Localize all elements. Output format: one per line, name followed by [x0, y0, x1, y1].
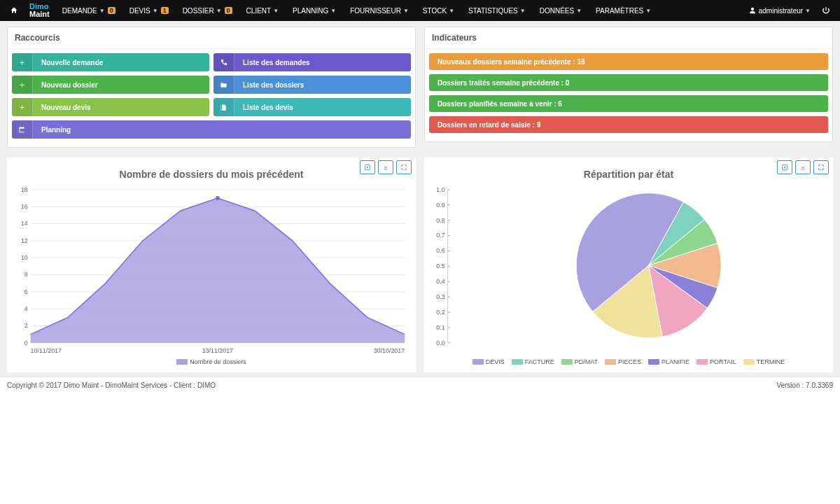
svg-text:0.0: 0.0: [436, 340, 444, 346]
shortcut-button[interactable]: Nouveau devis: [12, 98, 209, 116]
svg-text:8: 8: [24, 271, 28, 278]
calendar-icon: [12, 120, 33, 139]
svg-text:4: 4: [24, 305, 28, 312]
svg-text:0.9: 0.9: [436, 202, 444, 209]
+-icon: [12, 53, 33, 71]
svg-text:0.2: 0.2: [436, 309, 444, 316]
footer-version: Version : 7.0.3369: [776, 382, 833, 389]
shortcuts-panel: Raccourcis Nouvelle demandeListe des dem…: [7, 27, 416, 148]
nav-item[interactable]: PARAMÈTRES▼: [589, 0, 658, 21]
nav-item[interactable]: DEVIS▼1: [122, 0, 176, 21]
svg-text:30/10/2017: 30/10/2017: [374, 347, 405, 354]
svg-text:0.6: 0.6: [436, 247, 444, 254]
svg-text:13/11/2017: 13/11/2017: [202, 347, 233, 354]
svg-text:0.5: 0.5: [436, 262, 444, 270]
area-chart-panel: Nombre de dossiers du mois précédent 024…: [7, 158, 416, 372]
pie-chart-title: Répartition par état: [428, 160, 829, 183]
folder-icon: [214, 76, 234, 94]
shortcuts-title: Raccourcis: [8, 27, 415, 49]
pie-chart: 0.00.10.20.30.40.50.60.70.80.91.0: [428, 183, 829, 356]
nav-item[interactable]: DEMANDE▼0: [55, 0, 122, 21]
export-excel-icon[interactable]: [777, 160, 792, 174]
nav-item[interactable]: DOSSIER▼0: [176, 0, 239, 21]
nav-menu: DEMANDE▼0DEVIS▼1DOSSIER▼0CLIENT▼PLANNING…: [55, 0, 658, 21]
svg-text:0.3: 0.3: [436, 293, 444, 300]
shortcut-button[interactable]: Liste des dossiers: [214, 76, 411, 94]
pie-chart-panel: Répartition par état 0.00.10.20.30.40.50…: [424, 158, 833, 372]
indicator-bar[interactable]: Dossiers traités semaine précédente : 0: [429, 74, 828, 91]
indicator-bar[interactable]: Dossiers planifiés semaine à venir : 6: [429, 95, 828, 112]
indicator-bar[interactable]: Nouveaux dossiers semaine précédente : 1…: [429, 53, 828, 70]
nav-item[interactable]: DONNÉES▼: [533, 0, 589, 21]
svg-text:12: 12: [21, 237, 28, 244]
svg-text:0.1: 0.1: [436, 324, 444, 331]
phone-icon: [214, 53, 234, 71]
shortcut-button[interactable]: Liste des devis: [214, 98, 411, 116]
nav-item[interactable]: CLIENT▼: [239, 0, 286, 21]
fullscreen-icon[interactable]: [396, 160, 412, 174]
user-name: administrateur: [759, 7, 803, 15]
svg-text:6: 6: [24, 288, 28, 295]
shortcut-button[interactable]: Nouvelle demande: [12, 53, 209, 71]
area-chart: 02468101214161810/11/201713/11/201730/10…: [11, 183, 412, 356]
indicators-panel: Indicateurs Nouveaux dossiers semaine pr…: [424, 27, 833, 142]
svg-text:16: 16: [21, 203, 28, 210]
svg-text:0.8: 0.8: [436, 217, 444, 224]
footer: Copyright © 2017 Dimo Maint - DimoMaint …: [0, 377, 840, 393]
svg-text:1.0: 1.0: [436, 186, 444, 193]
+-icon: [12, 98, 33, 116]
top-navbar: DimoMaint DEMANDE▼0DEVIS▼1DOSSIER▼0CLIEN…: [0, 0, 840, 21]
fullscreen-icon[interactable]: [813, 160, 829, 174]
svg-text:2: 2: [24, 322, 28, 329]
nav-item[interactable]: STATISTIQUES▼: [461, 0, 533, 21]
svg-text:0.4: 0.4: [436, 278, 444, 285]
svg-text:18: 18: [21, 186, 28, 193]
+-icon: [12, 76, 33, 94]
svg-text:0: 0: [24, 340, 28, 346]
nav-item[interactable]: PLANNING▼: [286, 0, 343, 21]
docs-icon: [214, 98, 234, 116]
shortcut-button[interactable]: Nouveau dossier: [12, 76, 209, 94]
indicator-bar[interactable]: Dossiers en retard de saisie : 9: [429, 116, 828, 133]
home-icon[interactable]: [4, 6, 24, 15]
indicators-title: Indicateurs: [425, 27, 832, 49]
logout-icon[interactable]: [816, 6, 836, 15]
svg-text:10: 10: [21, 254, 28, 261]
nav-item[interactable]: FOURNISSEUR▼: [343, 0, 416, 21]
footer-copyright: Copyright © 2017 Dimo Maint - DimoMaint …: [7, 382, 216, 389]
export-excel-icon[interactable]: [360, 160, 375, 174]
brand-logo[interactable]: DimoMaint: [24, 3, 55, 18]
svg-text:0.7: 0.7: [436, 232, 444, 239]
nav-item[interactable]: STOCK▼: [416, 0, 461, 21]
area-chart-title: Nombre de dossiers du mois précédent: [11, 160, 412, 183]
shortcut-button[interactable]: Liste des demandes: [214, 53, 411, 71]
svg-text:10/11/2017: 10/11/2017: [31, 347, 62, 354]
user-menu[interactable]: administrateur ▼: [743, 7, 816, 15]
download-icon[interactable]: [378, 160, 393, 174]
svg-text:14: 14: [21, 220, 28, 227]
shortcut-button[interactable]: Planning: [12, 120, 411, 139]
download-icon[interactable]: [795, 160, 811, 174]
svg-point-21: [216, 196, 220, 200]
